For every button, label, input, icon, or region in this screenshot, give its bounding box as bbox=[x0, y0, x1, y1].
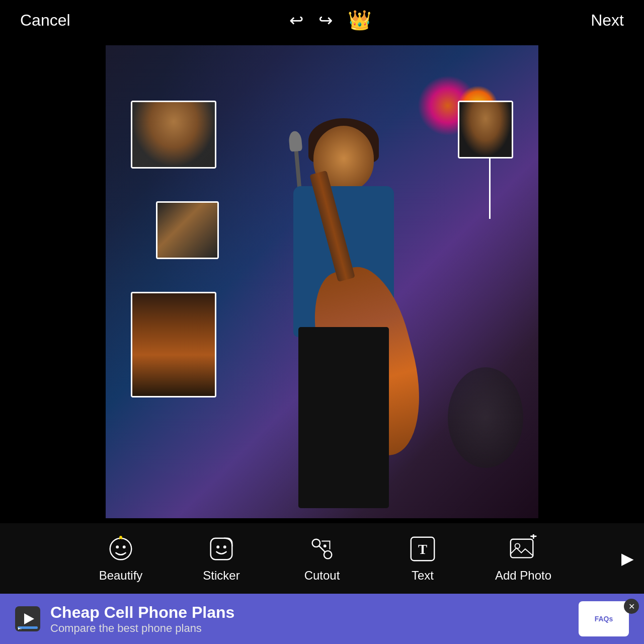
cutout-icon bbox=[307, 534, 337, 564]
top-bar: Cancel ↩ ↪ 👑 Next bbox=[0, 0, 644, 40]
cancel-button[interactable]: Cancel bbox=[20, 11, 70, 30]
redo-icon[interactable]: ↪ bbox=[318, 10, 333, 30]
concert-photo bbox=[106, 45, 538, 518]
ad-banner[interactable]: ▶| Cheap Cell Phone Plans Compare the be… bbox=[0, 594, 644, 644]
svg-point-2 bbox=[123, 545, 126, 548]
text-icon: T bbox=[408, 534, 437, 564]
next-button[interactable]: Next bbox=[591, 11, 624, 30]
photo-frame-bottom-left bbox=[131, 292, 216, 397]
tool-beautify[interactable]: Beautify bbox=[70, 529, 171, 588]
ad-subtitle: Compare the best phone plans bbox=[50, 622, 569, 635]
cutout-label: Cutout bbox=[304, 569, 340, 583]
beautify-label: Beautify bbox=[99, 569, 143, 583]
toolbar: Beautify Sticker Cutout T Text bbox=[0, 523, 644, 594]
undo-icon[interactable]: ↩ bbox=[289, 10, 303, 30]
ad-text-block: Cheap Cell Phone Plans Compare the best … bbox=[50, 603, 569, 635]
photo-frame-top-right bbox=[458, 101, 513, 158]
tool-cutout[interactable]: Cutout bbox=[272, 529, 372, 588]
frame-1-content bbox=[132, 102, 215, 167]
performer-torso bbox=[293, 186, 394, 337]
svg-rect-4 bbox=[211, 538, 232, 560]
ad-close-button[interactable]: ✕ bbox=[624, 599, 639, 614]
svg-point-10 bbox=[324, 544, 327, 547]
frame-3-content bbox=[157, 203, 217, 258]
image-area bbox=[106, 45, 538, 518]
svg-point-0 bbox=[110, 538, 132, 560]
guitar-neck bbox=[309, 171, 355, 282]
add-photo-icon bbox=[509, 534, 538, 564]
toolbar-arrow[interactable]: ▶ bbox=[621, 549, 634, 568]
nav-icons: ↩ ↪ 👑 bbox=[289, 9, 371, 31]
tool-sticker[interactable]: Sticker bbox=[171, 529, 272, 588]
sticker-icon bbox=[207, 534, 236, 564]
ad-title: Cheap Cell Phone Plans bbox=[50, 603, 569, 622]
performer-legs bbox=[298, 327, 389, 508]
svg-point-7 bbox=[312, 539, 320, 547]
ad-logo[interactable]: FAQs bbox=[579, 601, 629, 636]
tool-add-photo[interactable]: Add Photo bbox=[473, 529, 574, 588]
add-photo-label: Add Photo bbox=[495, 569, 551, 583]
tool-text[interactable]: T Text bbox=[372, 529, 473, 588]
svg-point-3 bbox=[119, 536, 122, 539]
text-label: Text bbox=[412, 569, 434, 583]
sticker-label: Sticker bbox=[203, 569, 239, 583]
svg-point-8 bbox=[324, 551, 332, 558]
frame-right-line bbox=[489, 158, 491, 219]
beautify-icon bbox=[106, 534, 135, 564]
svg-point-6 bbox=[223, 545, 226, 548]
ad-play-icon: ▶| bbox=[15, 606, 40, 631]
drum-kit bbox=[448, 367, 523, 468]
photo-frame-middle-left bbox=[156, 201, 219, 259]
ad-logo-text: FAQs bbox=[595, 615, 613, 623]
svg-text:T: T bbox=[418, 542, 427, 557]
frame-4-content bbox=[132, 293, 215, 396]
performer-body bbox=[268, 126, 419, 518]
svg-point-14 bbox=[515, 543, 520, 548]
frame-2-content bbox=[459, 102, 512, 157]
svg-rect-13 bbox=[511, 539, 533, 558]
svg-text:▶|: ▶| bbox=[18, 627, 22, 630]
svg-point-5 bbox=[216, 545, 219, 548]
photo-frame-top-left bbox=[131, 101, 216, 169]
svg-point-1 bbox=[116, 545, 119, 548]
crown-icon: 👑 bbox=[348, 9, 371, 31]
